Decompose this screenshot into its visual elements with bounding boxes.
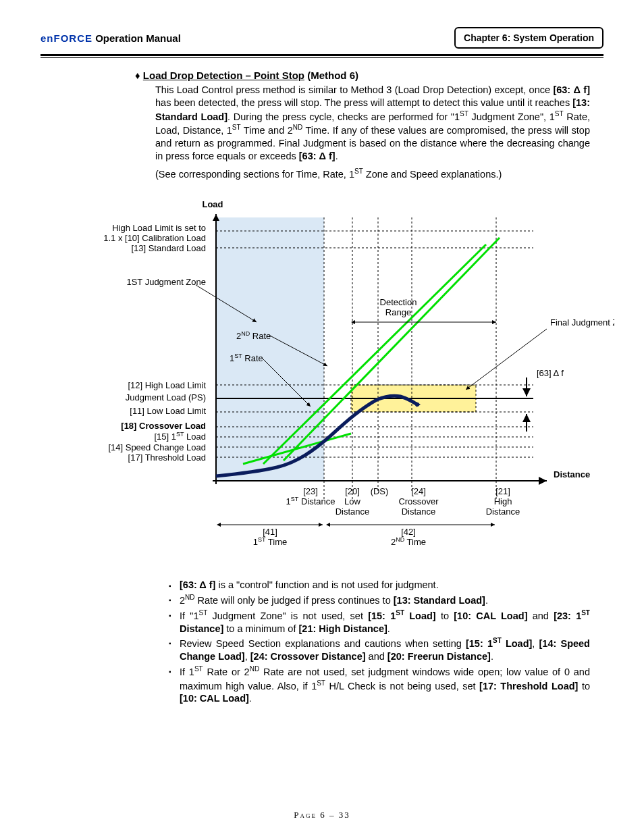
label-final-judgment-zone: Final Judgment Zone [550,317,614,328]
label-23a: [23] [303,486,318,496]
label-21b: High [494,496,512,506]
y-axis-label: Load [202,199,223,209]
detection-range-label-2: Range [385,307,411,317]
detection-range-label-1: Detection [380,297,417,307]
label-judgment-load-ps: Judgment Load (PS) [126,392,206,402]
header: enFORCE Operation Manual Chapter 6: Syst… [41,27,603,56]
brand-logo: enFORCE [41,32,92,44]
manual-label: Operation Manual [95,32,181,44]
label-standard-load: [13] Standard Load [131,243,206,253]
label-24c: Distance [402,506,436,517]
bullet-1: [63: Δ f] is a "control" function and is… [169,579,590,592]
label-delta-f: [63] Δ f [537,368,564,378]
label-ds: (DS) [371,486,389,496]
bullet-list: [63: Δ f] is a "control" function and is… [169,579,590,705]
section-heading-underlined: Load Drop Detection – Point Stop [143,70,304,81]
main-content: ♦ Load Drop Detection – Point Stop (Meth… [41,70,603,705]
label-15-1st-load: [15] 1ST Load [154,431,206,442]
label-42a: [42] [401,527,416,537]
label-20a: [20] [345,486,360,496]
label-18-crossover: [18] Crossover Load [121,421,206,431]
label-42b: 2ND Time [391,536,426,547]
label-20c: Distance [336,506,370,517]
label-14-speed-change: [14] Speed Change Load [108,442,206,452]
see-also-paragraph: (See corresponding sections for Time, Ra… [155,167,590,181]
label-41b: 1ST Time [253,536,288,547]
manual-title: enFORCE Operation Manual [41,32,181,44]
label-hll-2: 1.1 x [10] Calibration Load [103,233,206,243]
x-axis-label: Distance [554,469,590,479]
label-1st-judgment-zone: 1ST Judgment Zone [126,277,206,287]
label-23b: 1ST Distance [286,496,336,506]
load-distance-diagram: Detection Range Load High Load Limit is [61,194,590,565]
label-11-low-load: [11] Low Load Limit [130,406,206,416]
svg-rect-0 [216,217,324,481]
section-heading-suffix: (Method 6) [304,70,358,81]
bullet-3: If "1ST Judgment Zone" is not used, set … [169,608,590,635]
label-hll-1: High Load Limit is set to [112,223,206,233]
label-21a: [21] [495,486,510,496]
label-20b: Low [344,496,360,506]
page-number: Page 6 – 33 [0,810,644,820]
diamond-bullet: ♦ [135,70,140,81]
bullet-4: Review Speed Section explanations and ca… [169,636,590,663]
svg-line-28 [466,329,547,390]
label-17-threshold: [17] Threshold Load [128,452,206,463]
label-41a: [41] [263,527,277,537]
intro-paragraph: This Load Control press method is simila… [155,84,590,163]
label-24a: [24] [411,486,426,496]
bullet-2: 2ND Rate will only be judged if press co… [169,593,590,607]
section-title: ♦ Load Drop Detection – Point Stop (Meth… [135,70,590,81]
label-21c: Distance [486,506,520,517]
chapter-box: Chapter 6: System Operation [454,27,603,49]
label-24b: Crossover [398,496,439,506]
label-12-high-load: [12] High Load Limit [128,380,206,390]
page: enFORCE Operation Manual Chapter 6: Syst… [0,0,644,834]
bullet-5: If 1ST Rate or 2ND Rate are not used, se… [169,664,590,705]
